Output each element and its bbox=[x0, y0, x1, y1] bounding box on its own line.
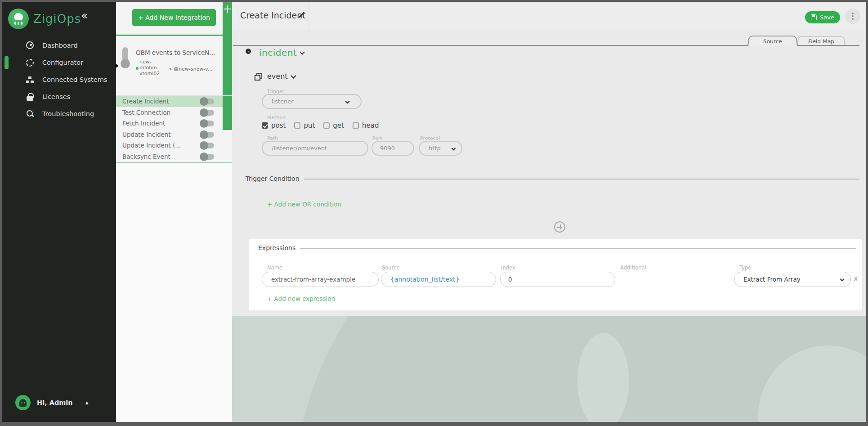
sidebar-item-configurator[interactable]: Configurator bbox=[2, 54, 116, 71]
logo: ZigiOps bbox=[8, 8, 81, 30]
tab-label: Field Map bbox=[808, 38, 835, 45]
action-fetch-incident[interactable]: Fetch Incident bbox=[116, 118, 223, 129]
kebab-menu-icon[interactable] bbox=[845, 9, 860, 24]
expression-index-input[interactable] bbox=[500, 272, 615, 287]
trigger-value: listener bbox=[272, 98, 294, 105]
checkbox-head[interactable] bbox=[353, 122, 359, 129]
sitemap-icon bbox=[26, 76, 35, 84]
sidebar-item-label: Troubleshooting bbox=[42, 110, 94, 117]
add-section-plus-icon[interactable] bbox=[554, 221, 565, 233]
action-create-incident[interactable]: Create Incident bbox=[116, 96, 223, 107]
method-put[interactable]: put bbox=[294, 121, 315, 130]
method-options: post put get head bbox=[262, 121, 379, 130]
checkbox-get[interactable] bbox=[323, 122, 330, 129]
source-column-label: Source bbox=[382, 265, 400, 271]
expression-type-select[interactable]: Extract From Array bbox=[734, 272, 851, 287]
method-option-label: put bbox=[304, 121, 315, 130]
trigger-select[interactable]: listener bbox=[262, 94, 362, 109]
path-input[interactable] bbox=[262, 141, 368, 156]
avatar bbox=[15, 395, 31, 410]
additional-column-label: Additional bbox=[620, 265, 646, 271]
integration-card[interactable]: OBM events to ServiceN... new-mfobm-vtom… bbox=[116, 35, 232, 95]
checkbox-post[interactable] bbox=[262, 122, 268, 129]
integration-panel: + Add New Integration OBM events to Serv… bbox=[116, 2, 232, 422]
toggle-update-incident-2[interactable] bbox=[201, 143, 214, 148]
status-dot bbox=[136, 67, 139, 70]
port-input[interactable] bbox=[371, 141, 414, 156]
action-label: Test Connection bbox=[122, 109, 170, 116]
method-option-label: post bbox=[271, 121, 286, 130]
expressions-rule bbox=[295, 248, 856, 249]
add-or-condition-link[interactable]: + Add new OR condition bbox=[267, 201, 341, 208]
tab-field-map[interactable]: Field Map bbox=[797, 36, 846, 46]
toggle-fetch-incident[interactable] bbox=[201, 121, 214, 126]
add-new-integration-button[interactable]: + Add New Integration bbox=[132, 9, 216, 26]
chevron-down-icon[interactable] bbox=[300, 49, 304, 54]
expressions-panel: Expressions Name Source Index Additional… bbox=[249, 239, 862, 310]
trigger-condition-title: Trigger Condition bbox=[246, 175, 300, 182]
chevron-down-icon bbox=[840, 277, 845, 282]
divider bbox=[569, 227, 859, 227]
action-test-connection[interactable]: Test Connection bbox=[116, 107, 223, 118]
arrow-label: > bbox=[168, 66, 172, 72]
user-greeting: Hi, Admin bbox=[37, 399, 73, 406]
protocol-select[interactable]: http bbox=[419, 141, 462, 156]
protocol-value: http bbox=[429, 145, 441, 152]
method-head[interactable]: head bbox=[353, 121, 379, 130]
action-backsync-event[interactable]: Backsync Event bbox=[116, 151, 223, 162]
divider bbox=[309, 2, 309, 30]
expression-name-input[interactable] bbox=[262, 272, 379, 287]
user-menu[interactable]: Hi, Admin ▲ bbox=[15, 395, 89, 410]
method-post[interactable]: post bbox=[262, 121, 286, 130]
pencil-icon[interactable] bbox=[298, 12, 305, 19]
add-expression-link[interactable]: + Add new expression bbox=[267, 295, 335, 302]
method-get[interactable]: get bbox=[323, 121, 344, 130]
chevron-down-icon bbox=[452, 146, 456, 151]
action-list: Create Incident Test Connection Fetch In… bbox=[116, 96, 223, 162]
type-column-label: Type bbox=[739, 265, 751, 271]
expression-source-input[interactable] bbox=[381, 272, 496, 287]
entity-dropdown[interactable]: incident bbox=[259, 47, 297, 58]
gear-icon bbox=[26, 59, 34, 67]
action-label: Update Incident bbox=[122, 131, 171, 138]
action-update-incident-2[interactable]: Update Incident (... bbox=[116, 140, 223, 151]
checkbox-put[interactable] bbox=[294, 122, 300, 129]
sidebar-item-troubleshooting[interactable]: Troubleshooting bbox=[2, 105, 116, 122]
toggle-test-connection[interactable] bbox=[201, 110, 214, 116]
page-title: Create Incident bbox=[240, 10, 306, 20]
add-action-plus-icon[interactable]: + bbox=[223, 3, 232, 15]
chevron-down-icon[interactable] bbox=[291, 73, 296, 79]
sidebar-item-label: Configurator bbox=[42, 59, 83, 66]
card-top-border bbox=[116, 35, 232, 36]
sidebar-item-dashboard[interactable]: Dashboard bbox=[2, 37, 116, 54]
caret-up-icon[interactable]: ▲ bbox=[85, 400, 89, 405]
integration-title: OBM events to ServiceN... bbox=[136, 49, 215, 56]
app-window: ZigiOps « Dashboard Configurator Connect… bbox=[0, 0, 868, 426]
action-update-incident[interactable]: Update Incident bbox=[116, 129, 223, 140]
bullseye-icon bbox=[174, 67, 178, 71]
chevron-down-icon bbox=[345, 99, 350, 104]
trigger-condition-rule bbox=[304, 179, 859, 179]
save-button[interactable]: Save bbox=[805, 11, 840, 23]
tab-source[interactable]: Source bbox=[747, 36, 798, 46]
incident-icon bbox=[246, 49, 251, 54]
decorative-background bbox=[232, 316, 866, 422]
sidebar-item-licenses[interactable]: Licenses bbox=[2, 88, 116, 105]
action-label: Create Incident bbox=[122, 98, 169, 105]
octopus-logo-icon bbox=[8, 9, 29, 29]
sidebar-collapse-icon[interactable]: « bbox=[81, 9, 88, 22]
search-icon bbox=[26, 110, 35, 118]
action-label: Backsync Event bbox=[122, 153, 170, 160]
remove-expression-button[interactable]: X bbox=[854, 275, 858, 283]
tab-label: Source bbox=[763, 38, 783, 44]
toggle-backsync-event[interactable] bbox=[201, 154, 214, 160]
sidebar-item-connected-systems[interactable]: Connected Systems bbox=[2, 71, 116, 88]
target-system-label: new-snow-v... bbox=[179, 66, 212, 72]
toggle-update-incident[interactable] bbox=[201, 132, 214, 138]
method-option-label: head bbox=[362, 121, 379, 130]
action-label: Update Incident (... bbox=[122, 142, 181, 149]
toggle-create-incident[interactable] bbox=[201, 99, 214, 104]
top-bar: Create Incident Save bbox=[232, 2, 866, 30]
event-section-toggle[interactable]: event bbox=[267, 72, 288, 81]
thermometer-icon bbox=[122, 47, 128, 62]
